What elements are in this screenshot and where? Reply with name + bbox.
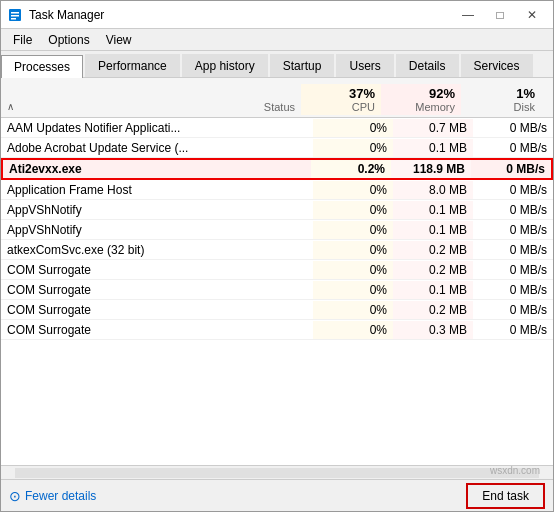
col-header-disk[interactable]: 1% Disk [461,84,541,115]
cell-disk: 0 MB/s [473,301,553,319]
cell-process-name: Ati2evxx.exe [3,160,221,178]
cell-memory: 0.2 MB [393,241,473,259]
cell-process-name: Adobe Acrobat Update Service (... [1,139,223,157]
cell-process-name: COM Surrogate [1,301,223,319]
table-row[interactable]: COM Surrogate 0% 0.2 MB 0 MB/s [1,260,553,280]
col-header-cpu[interactable]: 37% CPU [301,84,381,115]
tab-users[interactable]: Users [336,54,393,77]
cell-memory: 8.0 MB [393,181,473,199]
col-header-memory[interactable]: 92% Memory [381,84,461,115]
process-table: ∧ Status 37% CPU 92% Memory 1% Disk [1,78,553,465]
col-header-name[interactable]: ∧ [1,97,211,115]
cell-cpu: 0% [313,139,393,157]
status-bar: ⊙ Fewer details End task [1,479,553,511]
table-row[interactable]: COM Surrogate 0% 0.2 MB 0 MB/s [1,300,553,320]
table-row[interactable]: atkexComSvc.exe (32 bit) 0% 0.2 MB 0 MB/… [1,240,553,260]
horizontal-scrollbar[interactable] [1,465,553,479]
table-row[interactable]: AAM Updates Notifier Applicati... 0% 0.7… [1,118,553,138]
minimize-button[interactable]: — [453,5,483,25]
cell-status [223,188,313,192]
cell-disk: 0 MB/s [473,261,553,279]
table-row[interactable]: COM Surrogate 0% 0.1 MB 0 MB/s [1,280,553,300]
sort-arrow-icon: ∧ [7,101,14,112]
col-header-status[interactable]: Status [211,99,301,115]
cell-process-name: Application Frame Host [1,181,223,199]
cell-cpu: 0% [313,119,393,137]
task-manager-window: Task Manager — □ ✕ File Options View Pro… [0,0,554,512]
main-content: ∧ Status 37% CPU 92% Memory 1% Disk [1,78,553,479]
window-title: Task Manager [29,8,104,22]
cell-memory: 0.2 MB [393,261,473,279]
cell-memory: 0.7 MB [393,119,473,137]
tab-app-history[interactable]: App history [182,54,268,77]
cell-cpu: 0% [313,181,393,199]
cell-memory: 0.1 MB [393,201,473,219]
menu-file[interactable]: File [5,31,40,48]
cell-process-name: COM Surrogate [1,281,223,299]
close-button[interactable]: ✕ [517,5,547,25]
cell-cpu: 0% [313,281,393,299]
cell-status [223,268,313,272]
menu-view[interactable]: View [98,31,140,48]
cell-cpu: 0% [313,221,393,239]
cell-status [223,328,313,332]
table-row[interactable]: AppVShNotify 0% 0.1 MB 0 MB/s [1,200,553,220]
tab-services[interactable]: Services [461,54,533,77]
table-row[interactable]: Adobe Acrobat Update Service (... 0% 0.1… [1,138,553,158]
cell-cpu: 0% [313,321,393,339]
maximize-button[interactable]: □ [485,5,515,25]
table-row[interactable]: AppVShNotify 0% 0.1 MB 0 MB/s [1,220,553,240]
svg-rect-2 [11,15,19,17]
cell-status [223,146,313,150]
cell-disk: 0 MB/s [473,221,553,239]
table-row[interactable]: Application Frame Host 0% 8.0 MB 0 MB/s [1,180,553,200]
cell-memory: 0.1 MB [393,281,473,299]
menu-options[interactable]: Options [40,31,97,48]
cell-status [223,126,313,130]
table-body[interactable]: AAM Updates Notifier Applicati... 0% 0.7… [1,118,553,465]
cell-disk: 0 MB/s [473,201,553,219]
table-row[interactable]: Ati2evxx.exe 0.2% 118.9 MB 0 MB/s [1,158,553,180]
cell-cpu: 0% [313,301,393,319]
tab-performance[interactable]: Performance [85,54,180,77]
tab-processes[interactable]: Processes [1,55,83,78]
menu-bar: File Options View [1,29,553,51]
table-row[interactable]: COM Surrogate 0% 0.3 MB 0 MB/s [1,320,553,340]
cell-cpu: 0% [313,201,393,219]
fewer-details-label: Fewer details [25,489,96,503]
cell-disk: 0 MB/s [473,181,553,199]
cell-status [223,288,313,292]
cell-cpu: 0% [313,261,393,279]
svg-rect-1 [11,12,19,14]
cell-status [223,228,313,232]
tab-details[interactable]: Details [396,54,459,77]
cell-memory: 0.1 MB [393,139,473,157]
cell-process-name: COM Surrogate [1,261,223,279]
cell-disk: 0 MB/s [471,160,551,178]
cell-memory: 0.1 MB [393,221,473,239]
app-icon [7,7,23,23]
cell-status [223,248,313,252]
end-task-button[interactable]: End task [466,483,545,509]
cell-status [223,208,313,212]
cell-process-name: AppVShNotify [1,201,223,219]
cell-cpu: 0% [313,241,393,259]
tab-bar: Processes Performance App history Startu… [1,51,553,78]
cell-disk: 0 MB/s [473,119,553,137]
cell-status [223,308,313,312]
cell-process-name: AAM Updates Notifier Applicati... [1,119,223,137]
svg-rect-3 [11,18,16,20]
tab-startup[interactable]: Startup [270,54,335,77]
cell-process-name: AppVShNotify [1,221,223,239]
cell-disk: 0 MB/s [473,139,553,157]
cell-cpu: 0.2% [311,160,391,178]
cell-disk: 0 MB/s [473,281,553,299]
fewer-details-button[interactable]: ⊙ Fewer details [9,488,96,504]
title-bar-left: Task Manager [7,7,104,23]
fewer-details-icon: ⊙ [9,488,21,504]
h-scroll-track [15,468,539,478]
cell-disk: 0 MB/s [473,241,553,259]
cell-memory: 118.9 MB [391,160,471,178]
window-controls: — □ ✕ [453,5,547,25]
table-header: ∧ Status 37% CPU 92% Memory 1% Disk [1,78,553,118]
